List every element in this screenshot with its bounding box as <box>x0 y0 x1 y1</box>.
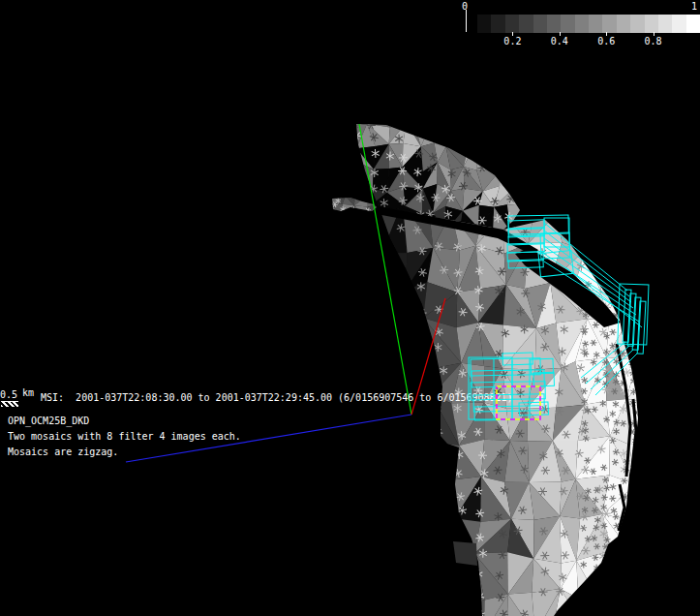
colorbar-cell <box>672 15 685 33</box>
colorbar-cell <box>617 15 630 33</box>
colorbar-tick-label: 0.8 <box>639 36 668 46</box>
colorbar-tick-label: 0.4 <box>545 36 574 46</box>
colorbar-cell <box>561 15 574 33</box>
colorbar-cell <box>575 15 589 33</box>
colorbar-cell <box>505 15 519 33</box>
colorbar-cell <box>658 15 672 33</box>
colorbar-cell <box>686 15 700 33</box>
mosaic-footprint-overlay <box>0 0 700 616</box>
colorbar-zero-tick <box>466 10 467 32</box>
colorbar-cell <box>645 15 658 33</box>
mosaic1-projection-lines <box>544 223 642 395</box>
colorbar-cell <box>519 15 533 33</box>
colorbar-cell <box>491 15 504 33</box>
colorbar-max-label: 1 <box>691 0 697 13</box>
colorbar-cell <box>477 15 491 33</box>
near-mission-3d-viewport[interactable]: 0.5 km MSI: 2001-037T22:08:30.00 to 2001… <box>0 0 700 616</box>
mosaic1-projected-frames <box>618 284 649 354</box>
colorbar-cell <box>630 15 644 33</box>
colorbar-tick-label: 0.2 <box>498 36 527 46</box>
colorbar-cell <box>602 15 616 33</box>
albedo-colorbar: 0 1 0.20.40.60.8 <box>460 0 700 54</box>
colorbar-cell <box>589 15 602 33</box>
colorbar-cell <box>533 15 547 33</box>
colorbar-tick-label: 0.6 <box>592 36 621 46</box>
colorbar-gradient <box>477 15 700 33</box>
colorbar-cell <box>547 15 561 33</box>
